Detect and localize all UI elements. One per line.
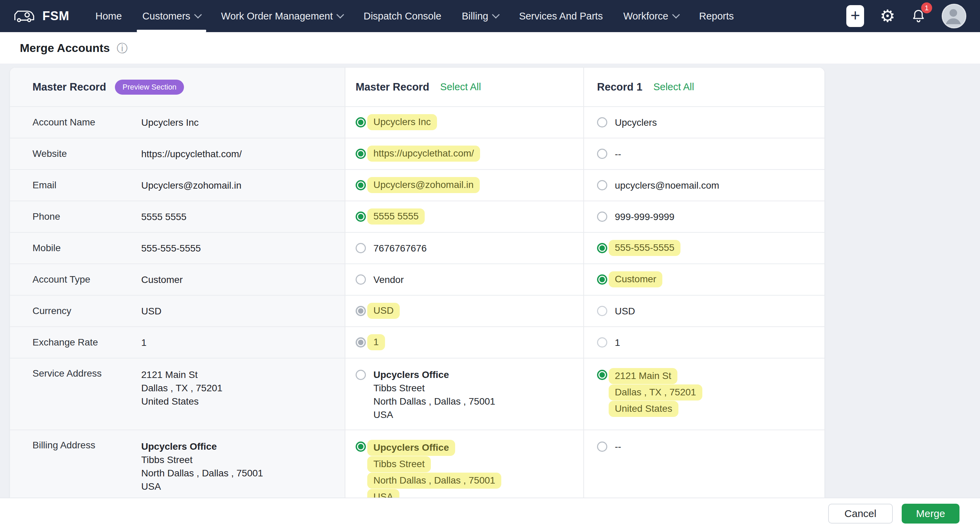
truck-logo-icon bbox=[14, 8, 35, 24]
record1-option[interactable]: 999-999-9999 bbox=[597, 210, 674, 224]
record1-option[interactable]: 555-555-5555 bbox=[597, 240, 681, 256]
master-value: 1 bbox=[374, 334, 385, 351]
radio-button[interactable] bbox=[356, 243, 366, 253]
master-option[interactable]: 5555 5555 bbox=[356, 208, 425, 225]
value-line: https://upcyclethat.com/ bbox=[367, 146, 480, 162]
radio-button[interactable] bbox=[597, 243, 607, 253]
nav-item-workforce[interactable]: Workforce bbox=[613, 0, 689, 32]
info-icon[interactable]: ⓘ bbox=[116, 43, 127, 54]
master-select-all-link[interactable]: Select All bbox=[440, 81, 481, 93]
avatar[interactable] bbox=[942, 4, 966, 29]
master-column-title: Master Record bbox=[356, 81, 429, 93]
radio-button[interactable] bbox=[597, 149, 607, 159]
nav-item-home[interactable]: Home bbox=[85, 0, 132, 32]
nav-item-customers[interactable]: Customers bbox=[132, 0, 211, 32]
radio-button[interactable] bbox=[597, 211, 607, 222]
table-rows: Account NameUpcyclers IncUpcyclers IncUp… bbox=[10, 107, 824, 497]
preview-cell: EmailUpcyclers@zohomail.in bbox=[10, 170, 345, 200]
radio-button[interactable] bbox=[597, 442, 607, 452]
record1-value: 999-999-9999 bbox=[615, 210, 674, 224]
radio-button[interactable] bbox=[356, 180, 366, 191]
radio-button[interactable] bbox=[597, 275, 607, 285]
value-line: Vendor bbox=[374, 273, 404, 286]
master-option[interactable]: 7676767676 bbox=[356, 241, 427, 255]
radio-button[interactable] bbox=[356, 149, 366, 159]
field-label: Service Address bbox=[32, 368, 141, 379]
record1-cell: 2121 Main StDallas , TX , 75201United St… bbox=[583, 359, 824, 430]
record1-option[interactable]: USD bbox=[597, 305, 635, 318]
preview-section-badge: Preview Section bbox=[115, 79, 184, 95]
radio-button[interactable] bbox=[356, 370, 366, 380]
preview-cell: Billing AddressUpcyclers OfficeTibbs Str… bbox=[10, 430, 345, 497]
master-value: https://upcyclethat.com/ bbox=[374, 146, 480, 162]
record1-cell: 555-555-5555 bbox=[583, 233, 824, 264]
radio-button[interactable] bbox=[597, 180, 607, 191]
radio-button[interactable] bbox=[356, 117, 366, 127]
radio-button[interactable] bbox=[597, 306, 607, 316]
record1-select-all-link[interactable]: Select All bbox=[654, 81, 694, 93]
nav-item-work-order-management[interactable]: Work Order Management bbox=[211, 0, 353, 32]
preview-cell: Websitehttps://upcyclethat.com/ bbox=[10, 138, 345, 169]
master-option[interactable]: Upcyclers OfficeTibbs StreetNorth Dallas… bbox=[356, 368, 495, 421]
record1-option[interactable]: 1 bbox=[597, 336, 620, 349]
radio-button[interactable] bbox=[597, 370, 607, 380]
master-value: Upcyclers OfficeTibbs StreetNorth Dallas… bbox=[374, 368, 495, 421]
master-option[interactable]: 1 bbox=[356, 334, 385, 351]
master-option[interactable]: Upcyclers Inc bbox=[356, 114, 437, 130]
record1-option[interactable]: 2121 Main StDallas , TX , 75201United St… bbox=[597, 368, 702, 417]
radio-button[interactable] bbox=[356, 211, 366, 222]
field-label: Phone bbox=[32, 211, 141, 222]
nav-item-reports[interactable]: Reports bbox=[689, 0, 745, 32]
preview-value: 2121 Main StDallas , TX , 75201United St… bbox=[141, 368, 223, 408]
value-line: USA bbox=[374, 408, 495, 421]
radio-button[interactable] bbox=[597, 117, 607, 127]
quick-add-button[interactable]: + bbox=[846, 5, 864, 27]
merge-accounts-card: Master Record Preview Section Master Rec… bbox=[10, 68, 824, 497]
cancel-button[interactable]: Cancel bbox=[828, 504, 893, 524]
radio-button[interactable] bbox=[597, 337, 607, 348]
master-value: Upcyclers@zohomail.in bbox=[374, 177, 480, 194]
record1-option[interactable]: -- bbox=[597, 440, 621, 453]
value-line: 555-555-5555 bbox=[141, 241, 201, 255]
notification-badge: 1 bbox=[921, 2, 932, 13]
nav-item-label: Home bbox=[95, 11, 122, 22]
settings-button[interactable]: ⚙ bbox=[880, 8, 895, 25]
value-line: Upcyclers@zohomail.in bbox=[141, 179, 242, 192]
nav-item-services-and-parts[interactable]: Services And Parts bbox=[509, 0, 613, 32]
value-line: USA bbox=[367, 489, 399, 497]
record1-option[interactable]: Upcyclers bbox=[597, 116, 657, 129]
master-option[interactable]: USD bbox=[356, 303, 400, 319]
nav-item-billing[interactable]: Billing bbox=[452, 0, 509, 32]
record1-option[interactable]: upcyclers@noemail.com bbox=[597, 179, 719, 192]
nav-item-label: Work Order Management bbox=[221, 11, 333, 22]
brand[interactable]: FSM bbox=[14, 8, 69, 24]
value-line: United States bbox=[609, 401, 678, 417]
radio-button[interactable] bbox=[356, 442, 366, 452]
value-line: Dallas , TX , 75201 bbox=[141, 381, 223, 395]
preview-value: 1 bbox=[141, 336, 147, 349]
master-option[interactable]: Upcyclers@zohomail.in bbox=[356, 177, 480, 194]
value-line: upcyclers@noemail.com bbox=[615, 179, 719, 192]
master-option[interactable]: Upcyclers OfficeTibbs StreetNorth Dallas… bbox=[356, 440, 501, 497]
record1-value: Customer bbox=[615, 271, 662, 288]
nav-item-dispatch-console[interactable]: Dispatch Console bbox=[353, 0, 451, 32]
radio-button[interactable] bbox=[356, 306, 366, 316]
value-line: United States bbox=[141, 395, 223, 408]
record1-option[interactable]: -- bbox=[597, 147, 621, 160]
notifications-button[interactable]: 1 bbox=[911, 8, 926, 24]
preview-cell: Mobile555-555-5555 bbox=[10, 233, 345, 264]
radio-button[interactable] bbox=[356, 275, 366, 285]
master-option[interactable]: Vendor bbox=[356, 273, 404, 286]
record1-value: -- bbox=[615, 440, 621, 453]
record1-option[interactable]: Customer bbox=[597, 271, 662, 288]
record1-value: 2121 Main StDallas , TX , 75201United St… bbox=[615, 368, 702, 417]
merge-button[interactable]: Merge bbox=[902, 504, 959, 524]
radio-button[interactable] bbox=[356, 337, 366, 348]
master-cell: Upcyclers Inc bbox=[345, 107, 583, 138]
preview-value: 555-555-5555 bbox=[141, 241, 201, 255]
master-option[interactable]: https://upcyclethat.com/ bbox=[356, 146, 480, 162]
field-label: Account Type bbox=[32, 274, 141, 285]
value-line: Upcyclers bbox=[615, 116, 657, 129]
record1-cell: 1 bbox=[583, 327, 824, 358]
nav-item-label: Reports bbox=[699, 11, 734, 22]
